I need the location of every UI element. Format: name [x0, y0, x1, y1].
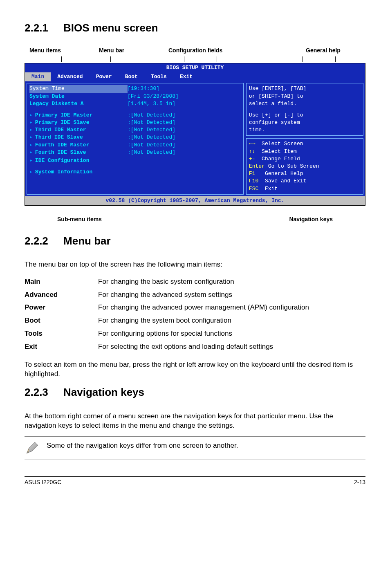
nav-key-desc: Select Item	[262, 148, 297, 155]
def-val: For changing the advanced system setting…	[98, 288, 309, 301]
def-val: For selecting the exit options and loadi…	[98, 340, 309, 353]
nav-key: F1	[249, 171, 256, 177]
label-config-fields: Configuration fields	[168, 47, 281, 55]
submenu-value: :[Not Detected]	[128, 126, 175, 134]
nav-key-desc: Exit	[265, 186, 278, 192]
menu-bar-definitions: MainFor changing the basic system config…	[25, 275, 309, 353]
submenu-value: :[Not Detected]	[128, 149, 175, 156]
submenu-label[interactable]: Primary IDE Master	[35, 112, 92, 118]
def-val: For changing the system boot configurati…	[98, 314, 309, 327]
submenu-label[interactable]: Third IDE Master	[35, 127, 86, 133]
submenu-value: :[Not Detected]	[128, 112, 175, 119]
nav-key-desc: Change Field	[262, 156, 300, 162]
def-val: For changing the basic system configurat…	[98, 275, 309, 288]
bios-top-labels: Menu items Menu bar Configuration fields…	[25, 47, 365, 55]
system-date-label[interactable]: System Date	[29, 93, 128, 100]
footer-left: ASUS I220GC	[25, 478, 61, 487]
section-title: BIOS menu screen	[63, 22, 158, 34]
help-line: Use [+] or [-] to	[249, 112, 361, 119]
nav-key: ←→	[249, 141, 256, 147]
note-callout: Some of the navigation keys differ from …	[25, 436, 365, 460]
section-heading: 2.2.2 Menu bar	[25, 233, 365, 248]
help-line: Use [ENTER], [TAB]	[249, 85, 361, 92]
arrow-icon: ▸	[29, 112, 33, 118]
nav-key: Enter	[249, 163, 265, 169]
bios-navkeys-panel: ←→ Select Screen ↑↓ Select Item +- Chang…	[246, 138, 363, 194]
def-key: Boot	[25, 314, 98, 327]
submenu-value: :[Not Detected]	[128, 134, 175, 141]
def-key: Tools	[25, 327, 98, 340]
legacy-diskette-label[interactable]: Legacy Diskette A	[29, 100, 128, 108]
label-submenu-items: Sub-menu items	[25, 215, 159, 224]
page-footer: ASUS I220GC 2-13	[25, 476, 365, 487]
bios-figure: Menu items Menu bar Configuration fields…	[25, 47, 365, 223]
arrow-icon: ▸	[29, 127, 33, 133]
arrow-icon: ▸	[29, 119, 33, 126]
tab-exit[interactable]: Exit	[173, 72, 199, 81]
tab-power[interactable]: Power	[90, 72, 119, 81]
section-number: 2.2.2	[25, 233, 48, 248]
nav-key: F10	[249, 178, 258, 184]
help-line: or [SHIFT-TAB] to	[249, 93, 361, 100]
tab-main[interactable]: Main	[25, 72, 51, 81]
submenu-value: :[Not Detected]	[128, 119, 175, 126]
section-heading: 2.2.1 BIOS menu screen	[25, 20, 365, 35]
label-menu-bar: Menu bar	[99, 47, 168, 55]
submenu-value: :[Not Detected]	[128, 141, 175, 149]
system-date-value[interactable]: [Fri 03/28/2008]	[128, 93, 179, 100]
help-line: select a field.	[249, 100, 361, 108]
submenu-label[interactable]: Primary IDE Slave	[35, 119, 90, 126]
system-time-label[interactable]: System Time	[29, 85, 128, 92]
nav-keys-paragraph: At the bottom right corner of a menu scr…	[25, 411, 365, 431]
def-key: Exit	[25, 340, 98, 353]
def-val: For changing the advanced power manageme…	[98, 301, 309, 314]
def-key: Main	[25, 275, 98, 288]
section-heading: 2.2.3 Navigation keys	[25, 385, 365, 399]
pencil-icon	[25, 441, 39, 456]
arrow-icon: ▸	[29, 142, 33, 148]
bios-copyright: v02.58 (C)Copyright 1985-2007, American …	[25, 196, 365, 205]
submenu-label[interactable]: Third IDE Slave	[35, 134, 83, 140]
nav-key-desc: General Help	[265, 171, 303, 177]
submenu-label[interactable]: Fourth IDE Slave	[35, 149, 86, 155]
submenu-label[interactable]: Fourth IDE Master	[35, 142, 90, 148]
def-val: For configuring options for special func…	[98, 327, 309, 340]
note-text: Some of the navigation keys differ from …	[47, 441, 238, 451]
label-navigation-keys: Navigation keys	[159, 215, 365, 224]
bottom-callout-ticks	[25, 206, 365, 212]
bios-menu-bar: Main Advanced Power Boot Tools Exit	[25, 72, 365, 81]
def-key: Advanced	[25, 288, 98, 301]
arrow-icon: ▸	[29, 157, 33, 164]
section-number: 2.2.3	[25, 385, 48, 399]
section-title: Navigation keys	[63, 386, 144, 398]
tab-advanced[interactable]: Advanced	[51, 72, 89, 81]
section-title: Menu bar	[63, 235, 111, 247]
help-line: time.	[249, 126, 361, 134]
footer-right: 2-13	[354, 478, 365, 487]
bios-title: BIOS SETUP UTILITY	[25, 63, 365, 72]
bios-screen: BIOS SETUP UTILITY Main Advanced Power B…	[25, 63, 365, 206]
tab-boot[interactable]: Boot	[119, 72, 144, 81]
nav-key: ESC	[249, 186, 258, 192]
label-menu-items: Menu items	[25, 47, 99, 55]
arrow-icon: ▸	[29, 169, 33, 175]
nav-key-desc: Save and Exit	[265, 178, 306, 184]
system-info-label[interactable]: System Information	[35, 169, 92, 175]
menu-bar-footnote: To select an item on the menu bar, press…	[25, 360, 365, 379]
system-time-value[interactable]: [19:34:30]	[128, 85, 159, 92]
tab-tools[interactable]: Tools	[144, 72, 173, 81]
def-key: Power	[25, 301, 98, 314]
menu-bar-intro: The menu bar on top of the screen has th…	[25, 260, 365, 269]
nav-key-desc: Go to Sub Screen	[268, 163, 319, 169]
ide-config-label[interactable]: IDE Configuration	[35, 157, 90, 164]
bios-help-panel: Use [ENTER], [TAB] or [SHIFT-TAB] to sel…	[246, 83, 363, 136]
arrow-icon: ▸	[29, 134, 33, 140]
top-callout-ticks	[25, 56, 365, 63]
nav-key: +-	[249, 156, 256, 162]
legacy-diskette-value[interactable]: [1.44M, 3.5 in]	[128, 100, 175, 108]
arrow-icon: ▸	[29, 149, 33, 155]
nav-key-desc: Select Screen	[262, 141, 303, 147]
bios-left-panel: System Time [19:34:30] System Date [Fri …	[27, 83, 244, 194]
help-line: configure system	[249, 119, 361, 126]
section-number: 2.2.1	[25, 20, 48, 35]
